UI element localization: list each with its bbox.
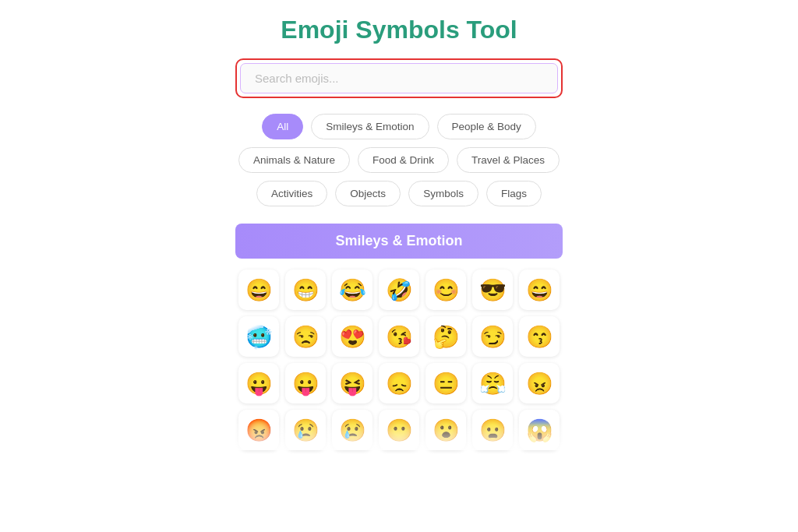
category-row-1: AllSmileys & EmotionPeople & Body	[262, 114, 536, 139]
emoji-cell[interactable]: 😄	[519, 270, 560, 310]
category-button[interactable]: Travel & Places	[457, 147, 560, 173]
emoji-cell[interactable]: 😤	[472, 363, 513, 403]
emoji-cell[interactable]: 😒	[285, 316, 326, 357]
emoji-cell[interactable]: 😡	[238, 410, 279, 450]
category-button[interactable]: Smileys & Emotion	[311, 114, 429, 139]
category-button[interactable]: Activities	[256, 181, 327, 206]
category-button[interactable]: Flags	[486, 181, 542, 206]
search-wrapper	[235, 58, 563, 98]
emoji-cell[interactable]: 😊	[425, 270, 466, 310]
emoji-cell[interactable]: 😝	[332, 363, 373, 403]
emoji-grid: 😄😁😂🤣😊😎😄🥶😒😍😘🤔😏😙😛😛😝😞😑😤😠😡😢😢😶😮😦😱	[235, 270, 563, 450]
category-button[interactable]: All	[262, 114, 303, 139]
category-filters: AllSmileys & EmotionPeople & Body Animal…	[238, 114, 560, 206]
category-row-3: ActivitiesObjectsSymbolsFlags	[256, 181, 542, 206]
emoji-cell[interactable]: 😠	[519, 363, 560, 403]
emoji-cell[interactable]: 😦	[472, 410, 513, 450]
emoji-cell[interactable]: 😶	[379, 410, 419, 450]
emoji-cell[interactable]: 😘	[379, 316, 419, 357]
emoji-cell[interactable]: 😏	[472, 316, 513, 357]
category-row-2: Animals & NatureFood & DrinkTravel & Pla…	[238, 147, 560, 173]
emoji-cell[interactable]: 😞	[379, 363, 419, 403]
search-input[interactable]	[240, 63, 558, 93]
category-button[interactable]: Animals & Nature	[238, 147, 350, 173]
section-header: Smileys & Emotion	[235, 224, 563, 259]
emoji-cell[interactable]: 😢	[332, 410, 373, 450]
emoji-cell[interactable]: 😍	[332, 316, 373, 357]
emoji-cell[interactable]: 😙	[519, 316, 560, 357]
emoji-cell[interactable]: 😢	[285, 410, 326, 450]
emoji-cell[interactable]: 😛	[285, 363, 326, 403]
emoji-cell[interactable]: 🤔	[425, 316, 466, 357]
emoji-cell[interactable]: 😄	[238, 270, 279, 310]
emoji-cell[interactable]: 😱	[519, 410, 560, 450]
category-button[interactable]: Food & Drink	[358, 147, 449, 173]
emoji-cell[interactable]: 😁	[285, 270, 326, 310]
category-button[interactable]: Symbols	[408, 181, 478, 206]
emoji-cell[interactable]: 😛	[238, 363, 279, 403]
page-title: Emoji Symbols Tool	[281, 16, 517, 44]
category-button[interactable]: Objects	[335, 181, 401, 206]
emoji-cell[interactable]: 🤣	[379, 270, 419, 310]
emoji-cell[interactable]: 😮	[425, 410, 466, 450]
emoji-cell[interactable]: 😎	[472, 270, 513, 310]
emoji-cell[interactable]: 🥶	[238, 316, 279, 357]
category-button[interactable]: People & Body	[437, 114, 536, 139]
emoji-cell[interactable]: 😂	[332, 270, 373, 310]
emoji-cell[interactable]: 😑	[425, 363, 466, 403]
